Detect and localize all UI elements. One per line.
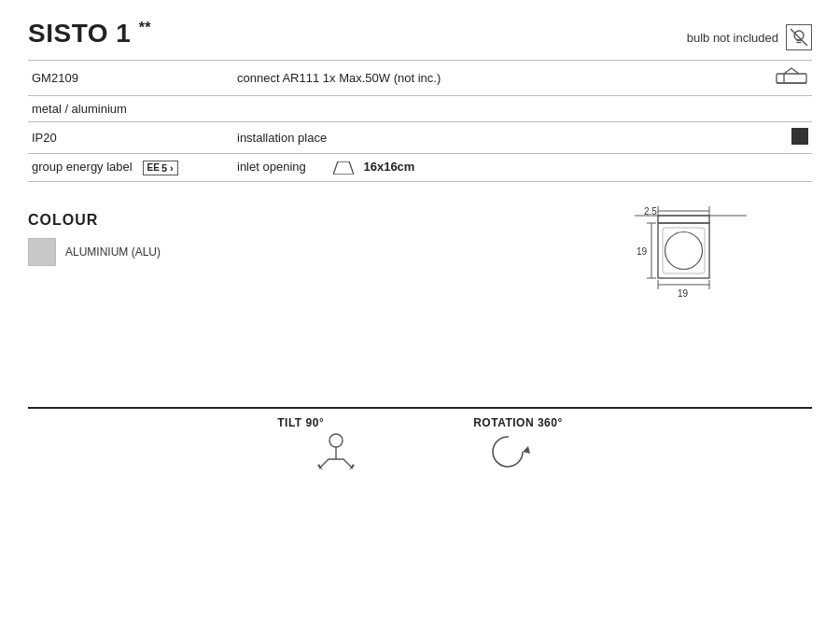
tilt-section: TILT 90°: [277, 416, 324, 429]
installation-place-icon: [765, 122, 812, 154]
svg-text:2.5: 2.5: [644, 206, 657, 217]
colour-section: COLOUR ALUMINIUM (ALU): [28, 199, 161, 273]
bottom-section: TILT 90° ROTATION 360°: [28, 407, 812, 473]
spec-material: metal / aluminium: [28, 96, 233, 122]
spec-row-4: group energy label EE 5 › inlet opening …: [28, 154, 812, 182]
svg-marker-29: [523, 446, 530, 454]
specs-table: GM2109 connect AR111 1x Max.50W (not inc…: [28, 60, 812, 182]
svg-point-0: [794, 31, 804, 40]
title-stars: **: [139, 20, 151, 35]
colour-swatch-aluminium: [28, 238, 56, 266]
tilt-arrows-icon: [308, 433, 364, 473]
svg-rect-20: [663, 228, 705, 273]
svg-point-25: [329, 434, 343, 447]
svg-marker-7: [333, 161, 354, 175]
spec-row-1: GM2109 connect AR111 1x Max.50W (not inc…: [28, 61, 812, 96]
bulb-type-icon: [765, 61, 812, 96]
diagram-svg: 2.5 19 19: [569, 189, 756, 376]
spec-material-detail: [233, 96, 765, 122]
spec-code: GM2109: [28, 61, 233, 96]
product-title: SISTO 1 **: [28, 19, 151, 49]
colour-section-title: COLOUR: [28, 212, 161, 229]
spec-energy-label: group energy label EE 5 ›: [28, 154, 233, 182]
bulb-crossed-icon: [786, 24, 812, 50]
rotation-arrow-icon: [485, 433, 532, 473]
svg-line-3: [791, 29, 807, 46]
spec-installation: installation place: [233, 122, 765, 154]
spec-row-3: IP20 installation place: [28, 122, 812, 154]
svg-point-19: [665, 231, 703, 269]
colour-label-aluminium: ALUMINIUM (ALU): [65, 245, 161, 259]
spec-connect: connect AR111 1x Max.50W (not inc.): [233, 61, 765, 96]
title-text: SISTO 1: [28, 19, 131, 48]
bulb-note-text: bulb not included: [687, 31, 778, 45]
rotation-label: ROTATION 360°: [473, 416, 563, 429]
bulb-not-included: bulb not included: [687, 24, 812, 50]
svg-rect-12: [658, 216, 709, 223]
spec-ip: IP20: [28, 122, 233, 154]
tilt-label: TILT 90°: [277, 416, 324, 429]
spec-inlet: inlet opening 16x16cm: [233, 154, 765, 182]
svg-text:19: 19: [678, 288, 689, 299]
technical-diagram: 2.5 19 19: [569, 189, 756, 379]
svg-rect-18: [658, 223, 709, 278]
svg-text:19: 19: [637, 246, 648, 257]
energy-badge: EE 5 ›: [143, 161, 178, 175]
rotation-section: ROTATION 360°: [473, 416, 563, 429]
spec-row-2: metal / aluminium: [28, 96, 812, 122]
header-row: SISTO 1 ** bulb not included: [28, 19, 812, 50]
colour-item-aluminium: ALUMINIUM (ALU): [28, 238, 161, 266]
svg-rect-4: [777, 74, 806, 83]
